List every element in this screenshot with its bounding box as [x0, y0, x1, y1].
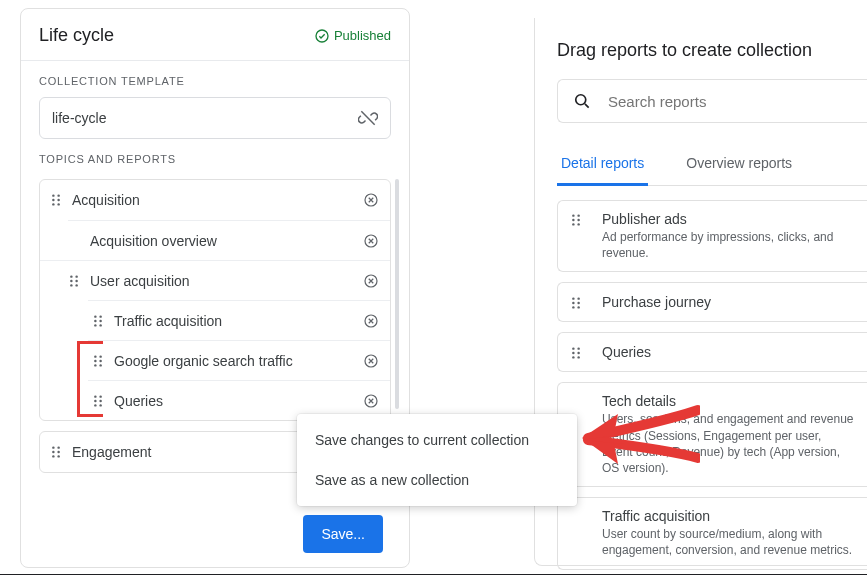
menu-save-current[interactable]: Save changes to current collection — [297, 420, 577, 460]
drag-handle-icon[interactable] — [570, 346, 582, 360]
svg-point-42 — [57, 455, 59, 457]
report-name: Publisher ads — [602, 211, 855, 227]
report-card[interactable]: Publisher ads Ad performance by impressi… — [557, 200, 867, 272]
svg-point-40 — [57, 451, 59, 453]
svg-point-46 — [577, 214, 579, 216]
svg-point-57 — [572, 348, 574, 350]
report-picker-panel: Drag reports to create collection Detail… — [534, 18, 867, 566]
report-row[interactable]: Acquisition overview — [68, 220, 390, 260]
report-card[interactable]: Purchase journey — [557, 282, 867, 322]
template-input[interactable]: life-cycle — [39, 97, 391, 139]
report-name: Tech details — [602, 393, 855, 409]
svg-point-11 — [70, 279, 72, 281]
svg-point-54 — [577, 302, 579, 304]
drag-handle-icon[interactable] — [570, 213, 582, 227]
unlink-icon[interactable] — [358, 108, 378, 128]
svg-point-60 — [577, 352, 579, 354]
published-badge: Published — [314, 28, 391, 44]
menu-save-new[interactable]: Save as a new collection — [297, 460, 577, 500]
published-label: Published — [334, 28, 391, 43]
remove-icon[interactable] — [362, 191, 380, 209]
svg-point-33 — [99, 399, 101, 401]
svg-point-1 — [52, 194, 54, 196]
save-button[interactable]: Save... — [303, 515, 383, 553]
topic-label: Acquisition — [72, 192, 362, 208]
drag-handle-icon[interactable] — [50, 445, 62, 459]
template-section-label: COLLECTION TEMPLATE — [21, 61, 409, 93]
svg-point-44 — [576, 95, 586, 105]
picker-title: Drag reports to create collection — [557, 40, 867, 61]
svg-point-39 — [52, 451, 54, 453]
report-row[interactable]: Google organic search traffic — [88, 340, 390, 380]
svg-point-62 — [577, 357, 579, 359]
remove-icon[interactable] — [362, 272, 380, 290]
collection-title: Life cycle — [39, 25, 114, 46]
drag-handle-icon[interactable] — [50, 193, 62, 207]
svg-point-9 — [70, 275, 72, 277]
svg-point-58 — [577, 348, 579, 350]
topic-row[interactable]: Acquisition — [40, 180, 390, 220]
svg-point-30 — [94, 395, 96, 397]
search-reports[interactable] — [557, 79, 867, 123]
report-desc: Users, sessions, and engagement and reve… — [602, 411, 855, 476]
svg-point-38 — [57, 446, 59, 448]
report-card[interactable]: Tech details Users, sessions, and engage… — [557, 382, 867, 487]
tab-detail-reports[interactable]: Detail reports — [557, 147, 648, 186]
svg-point-48 — [577, 219, 579, 221]
drag-handle-icon[interactable] — [92, 314, 104, 328]
svg-point-49 — [572, 223, 574, 225]
svg-point-41 — [52, 455, 54, 457]
report-card-list: Publisher ads Ad performance by impressi… — [557, 200, 867, 570]
drag-handle-icon[interactable] — [92, 354, 104, 368]
drag-handle-icon[interactable] — [68, 274, 80, 288]
svg-point-50 — [577, 223, 579, 225]
svg-point-4 — [57, 199, 59, 201]
svg-point-27 — [94, 364, 96, 366]
svg-point-17 — [99, 315, 101, 317]
remove-icon[interactable] — [362, 352, 380, 370]
drag-handle-icon[interactable] — [92, 394, 104, 408]
svg-point-24 — [99, 355, 101, 357]
report-tabs: Detail reports Overview reports — [557, 147, 867, 186]
report-name: Traffic acquisition — [602, 508, 855, 524]
remove-icon[interactable] — [362, 312, 380, 330]
svg-point-10 — [75, 275, 77, 277]
svg-point-31 — [99, 395, 101, 397]
tab-overview-reports[interactable]: Overview reports — [682, 147, 796, 185]
remove-icon[interactable] — [362, 392, 380, 410]
svg-point-25 — [94, 359, 96, 361]
report-name: Queries — [602, 344, 855, 360]
svg-point-0 — [316, 30, 328, 42]
svg-point-51 — [572, 298, 574, 300]
report-row[interactable]: User acquisition — [40, 260, 390, 300]
svg-point-35 — [99, 404, 101, 406]
report-row[interactable]: Traffic acquisition — [88, 300, 390, 340]
svg-point-19 — [99, 319, 101, 321]
drag-handle-icon[interactable] — [570, 296, 582, 310]
svg-point-12 — [75, 279, 77, 281]
remove-icon[interactable] — [362, 232, 380, 250]
topics-section-label: TOPICS AND REPORTS — [21, 139, 409, 171]
search-input[interactable] — [606, 92, 853, 111]
topic-card-acquisition: Acquisition Acquisition overview User ac… — [39, 179, 391, 421]
report-card[interactable]: Queries — [557, 332, 867, 372]
report-label: Queries — [114, 393, 362, 409]
svg-point-21 — [99, 324, 101, 326]
svg-point-61 — [572, 357, 574, 359]
svg-point-55 — [572, 307, 574, 309]
report-name: Purchase journey — [602, 294, 855, 310]
svg-point-13 — [70, 284, 72, 286]
report-card[interactable]: Traffic acquisition User count by source… — [557, 497, 867, 569]
report-label: Traffic acquisition — [114, 313, 362, 329]
svg-point-23 — [94, 355, 96, 357]
svg-point-5 — [52, 203, 54, 205]
report-label: Acquisition overview — [90, 233, 362, 249]
svg-point-37 — [52, 446, 54, 448]
svg-point-28 — [99, 364, 101, 366]
svg-point-20 — [94, 324, 96, 326]
svg-point-32 — [94, 399, 96, 401]
svg-point-18 — [94, 319, 96, 321]
scrollbar[interactable] — [395, 179, 399, 409]
svg-point-52 — [577, 298, 579, 300]
svg-point-34 — [94, 404, 96, 406]
